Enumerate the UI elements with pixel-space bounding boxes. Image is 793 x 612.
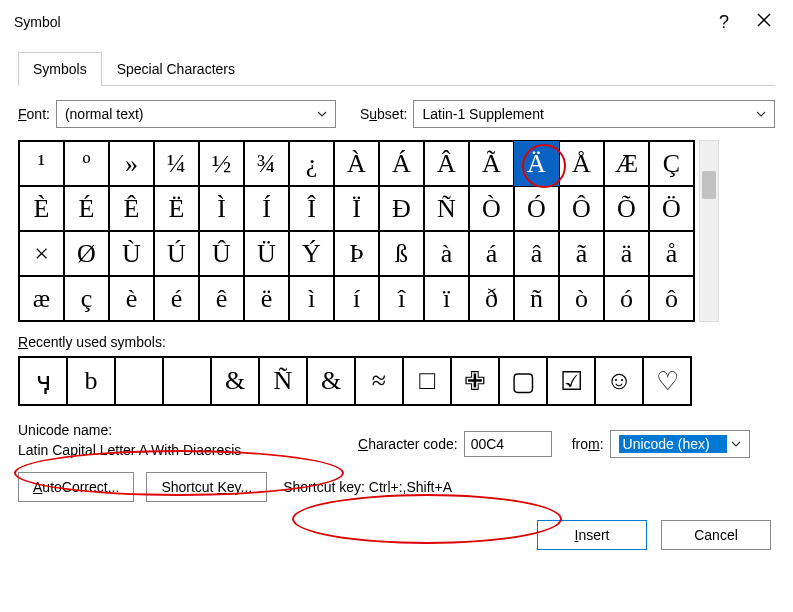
symbol-cell[interactable]: Ç (649, 141, 694, 186)
recent-symbol-cell[interactable]: ≈ (355, 357, 403, 405)
font-label: Font: (18, 106, 50, 122)
cancel-button[interactable]: Cancel (661, 520, 771, 550)
symbol-cell[interactable]: Í (244, 186, 289, 231)
symbol-cell[interactable]: Ô (559, 186, 604, 231)
insert-button[interactable]: Insert (537, 520, 647, 550)
symbol-cell[interactable]: » (109, 141, 154, 186)
symbol-cell[interactable]: À (334, 141, 379, 186)
recent-label: Recently used symbols: (18, 334, 775, 350)
symbol-cell[interactable]: ð (469, 276, 514, 321)
symbol-cell[interactable]: å (649, 231, 694, 276)
symbol-cell[interactable]: ¼ (154, 141, 199, 186)
symbol-cell[interactable]: ó (604, 276, 649, 321)
recent-symbol-cell[interactable]: ☺ (595, 357, 643, 405)
symbol-cell[interactable]: ã (559, 231, 604, 276)
symbol-cell[interactable]: Â (424, 141, 469, 186)
from-combo[interactable]: Unicode (hex) (610, 430, 750, 458)
symbol-cell[interactable]: ò (559, 276, 604, 321)
scrollbar-thumb[interactable] (702, 171, 716, 199)
symbol-cell[interactable]: ß (379, 231, 424, 276)
symbol-cell[interactable]: æ (19, 276, 64, 321)
symbol-cell[interactable]: Þ (334, 231, 379, 276)
font-combo[interactable]: (normal text) (56, 100, 336, 128)
symbol-cell[interactable]: Ý (289, 231, 334, 276)
tab-special-characters[interactable]: Special Characters (102, 52, 250, 86)
symbol-cell[interactable]: Ù (109, 231, 154, 276)
symbol-cell[interactable]: ½ (199, 141, 244, 186)
symbol-cell[interactable]: â (514, 231, 559, 276)
symbol-cell[interactable]: Ñ (424, 186, 469, 231)
recent-symbol-cell[interactable] (115, 357, 163, 405)
font-value: (normal text) (65, 106, 313, 122)
symbol-cell[interactable]: Ê (109, 186, 154, 231)
symbol-cell[interactable]: í (334, 276, 379, 321)
symbol-cell[interactable]: Õ (604, 186, 649, 231)
symbol-cell[interactable]: è (109, 276, 154, 321)
symbol-cell[interactable]: Ä (514, 141, 559, 186)
symbol-cell[interactable]: È (19, 186, 64, 231)
close-button[interactable] (745, 13, 783, 31)
symbol-cell[interactable]: ä (604, 231, 649, 276)
symbol-cell[interactable]: É (64, 186, 109, 231)
symbol-cell[interactable]: ê (199, 276, 244, 321)
window-title: Symbol (14, 14, 61, 30)
symbol-cell[interactable]: à (424, 231, 469, 276)
symbol-cell[interactable]: é (154, 276, 199, 321)
from-value: Unicode (hex) (619, 435, 727, 453)
symbol-cell[interactable]: á (469, 231, 514, 276)
recent-symbol-cell[interactable]: & (211, 357, 259, 405)
symbol-cell[interactable]: Î (289, 186, 334, 231)
recent-symbol-cell[interactable]: ӌ (19, 357, 67, 405)
symbol-cell[interactable]: Ú (154, 231, 199, 276)
symbol-cell[interactable]: Ï (334, 186, 379, 231)
tab-bar: Symbols Special Characters (18, 52, 775, 86)
symbol-cell[interactable]: Ð (379, 186, 424, 231)
subset-combo[interactable]: Latin-1 Supplement (413, 100, 775, 128)
help-button[interactable]: ? (703, 12, 745, 33)
symbol-cell[interactable]: ë (244, 276, 289, 321)
chevron-down-icon (727, 436, 745, 452)
recent-symbol-cell[interactable] (163, 357, 211, 405)
tab-special-label: Special Characters (117, 61, 235, 77)
symbol-cell[interactable]: Ø (64, 231, 109, 276)
symbol-grid: ¹º»¼½¾¿ÀÁÂÃÄÅÆÇÈÉÊËÌÍÎÏÐÑÒÓÔÕÖ×ØÙÚÛÜÝÞßà… (18, 140, 695, 322)
character-code-label: Character code: (358, 436, 458, 452)
recent-symbol-cell[interactable]: & (307, 357, 355, 405)
recent-symbol-cell[interactable]: ▢ (499, 357, 547, 405)
symbol-cell[interactable]: Ü (244, 231, 289, 276)
symbol-cell[interactable]: Ã (469, 141, 514, 186)
symbol-cell[interactable]: Ö (649, 186, 694, 231)
symbol-cell[interactable]: ¾ (244, 141, 289, 186)
symbol-cell[interactable]: Ì (199, 186, 244, 231)
symbol-cell[interactable]: ¹ (19, 141, 64, 186)
from-label: from: (572, 436, 604, 452)
chevron-down-icon (313, 106, 331, 122)
symbol-cell[interactable]: Å (559, 141, 604, 186)
recent-symbol-cell[interactable]: b (67, 357, 115, 405)
symbol-cell[interactable]: ñ (514, 276, 559, 321)
recent-symbol-cell[interactable]: ♡ (643, 357, 691, 405)
symbol-cell[interactable]: Ó (514, 186, 559, 231)
recent-symbol-cell[interactable]: ☑ (547, 357, 595, 405)
symbol-cell[interactable]: ì (289, 276, 334, 321)
symbol-cell[interactable]: ¿ (289, 141, 334, 186)
symbol-cell[interactable]: Á (379, 141, 424, 186)
tab-symbols[interactable]: Symbols (18, 52, 102, 86)
symbol-cell[interactable]: Û (199, 231, 244, 276)
character-code-input[interactable] (464, 431, 552, 457)
symbol-cell[interactable]: ï (424, 276, 469, 321)
grid-scrollbar[interactable] (699, 140, 719, 322)
autocorrect-button[interactable]: AutoCorrect... (18, 472, 134, 502)
recent-symbol-cell[interactable]: □ (403, 357, 451, 405)
recent-symbol-cell[interactable]: Ñ (259, 357, 307, 405)
symbol-cell[interactable]: ç (64, 276, 109, 321)
shortcut-key-button[interactable]: Shortcut Key... (146, 472, 267, 502)
symbol-cell[interactable]: Æ (604, 141, 649, 186)
recent-symbol-cell[interactable]: ✙ (451, 357, 499, 405)
symbol-cell[interactable]: ô (649, 276, 694, 321)
symbol-cell[interactable]: î (379, 276, 424, 321)
symbol-cell[interactable]: × (19, 231, 64, 276)
symbol-cell[interactable]: Ë (154, 186, 199, 231)
symbol-cell[interactable]: Ò (469, 186, 514, 231)
symbol-cell[interactable]: º (64, 141, 109, 186)
